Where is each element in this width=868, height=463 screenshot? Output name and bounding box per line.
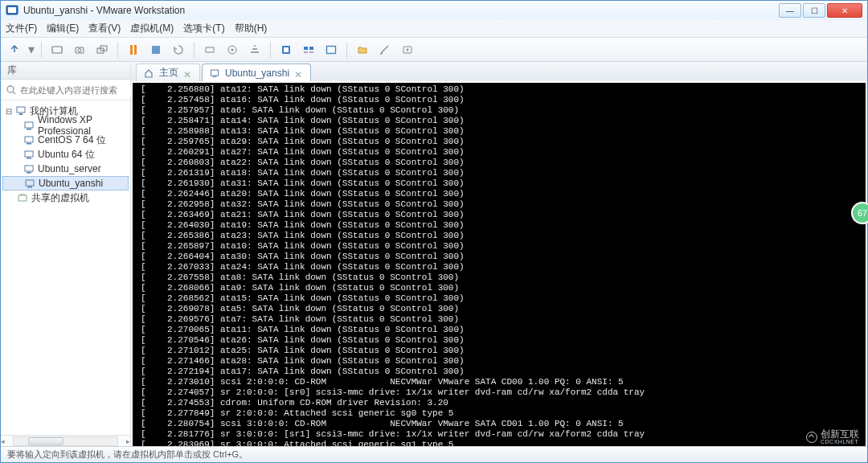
svg-point-9 <box>231 48 234 51</box>
vm-icon <box>23 149 35 160</box>
svg-point-4 <box>78 48 81 51</box>
vm-icon <box>23 163 35 174</box>
svg-rect-29 <box>26 180 34 186</box>
svg-rect-24 <box>27 143 31 145</box>
svg-rect-2 <box>52 47 62 53</box>
snapshot-button[interactable] <box>71 41 88 59</box>
svg-rect-33 <box>213 76 217 77</box>
sidebar-header: 库 <box>1 62 130 80</box>
tree-shared-label: 共享的虚拟机 <box>31 191 89 205</box>
network-button[interactable] <box>246 41 264 59</box>
app-window: Ubuntu_yanshi - VMware Workstation — ☐ ✕… <box>0 0 868 463</box>
close-button[interactable]: ✕ <box>827 3 862 18</box>
fullscreen-button[interactable] <box>322 41 340 59</box>
collapse-icon[interactable]: ⊟ <box>6 107 12 116</box>
home-icon <box>143 68 154 79</box>
svg-rect-11 <box>284 47 289 52</box>
tab-label: Ubuntu_yanshi <box>225 68 289 79</box>
svg-rect-13 <box>309 47 313 50</box>
search-input[interactable] <box>20 85 131 95</box>
settings-button[interactable] <box>376 41 394 59</box>
sidebar-scrollbar[interactable]: ◂ ▸ <box>1 435 130 446</box>
search-icon <box>6 84 17 96</box>
tab-label: 主页 <box>159 66 178 80</box>
vm-icon <box>23 120 35 131</box>
svg-rect-1 <box>8 7 16 13</box>
svg-rect-26 <box>27 158 31 159</box>
menubar: 文件(F)编辑(E)查看(V)虚拟机(M)选项卡(T)帮助(H) <box>1 20 867 38</box>
tab-Ubuntu_yanshi[interactable]: Ubuntu_yanshi✕ <box>202 64 311 81</box>
tree-item-label: CentOS 7 64 位 <box>38 133 106 147</box>
snapshot-manager-button[interactable] <box>93 41 111 59</box>
main-area: 主页✕Ubuntu_yanshi✕ [ 2.256880] ata12: SAT… <box>131 62 867 446</box>
tree-item-label: Ubuntu 64 位 <box>38 148 95 162</box>
svg-point-18 <box>7 86 14 92</box>
vm-icon <box>24 178 35 189</box>
tree-vm-Windows XP Professional[interactable]: Windows XP Professional <box>1 118 130 133</box>
svg-rect-22 <box>27 129 31 130</box>
watermark-sub: CDCXHLNET <box>821 439 859 445</box>
notification-badge[interactable]: 67 <box>851 202 868 224</box>
tab-bar: 主页✕Ubuntu_yanshi✕ <box>131 62 867 81</box>
svg-rect-27 <box>25 166 33 171</box>
restart-button[interactable] <box>170 41 187 59</box>
svg-rect-16 <box>327 46 336 53</box>
run-button[interactable] <box>147 41 165 59</box>
tree-vm-Ubuntu_yanshi[interactable]: Ubuntu_yanshi <box>2 176 129 191</box>
svg-rect-23 <box>25 137 33 142</box>
svg-rect-30 <box>27 186 32 188</box>
menu-3[interactable]: 虚拟机(M) <box>130 22 174 35</box>
svg-rect-32 <box>211 70 219 76</box>
unity-button[interactable] <box>277 41 295 59</box>
menu-2[interactable]: 查看(V) <box>88 22 121 35</box>
statusbar: 要将输入定向到该虚拟机，请在虚拟机内部单击或按 Ctrl+G。 <box>1 446 867 462</box>
svg-rect-12 <box>304 47 308 50</box>
svg-rect-14 <box>304 51 308 53</box>
watermark: 创新互联 CDCXHLNET <box>806 429 859 445</box>
tab-close-icon[interactable]: ✕ <box>183 69 191 77</box>
tree-item-label: Ubuntu_yanshi <box>39 178 103 189</box>
vm-icon <box>23 134 35 145</box>
svg-rect-31 <box>18 195 27 201</box>
menu-0[interactable]: 文件(F) <box>6 22 37 35</box>
tab-主页[interactable]: 主页✕ <box>136 64 200 81</box>
usb-button[interactable] <box>201 41 219 59</box>
shared-icon <box>17 192 28 203</box>
tree-vm-Ubuntu_server[interactable]: Ubuntu_server <box>1 162 130 176</box>
send-ctrl-alt-del-button[interactable] <box>48 41 66 59</box>
svg-rect-7 <box>206 47 214 52</box>
tab-close-icon[interactable]: ✕ <box>294 69 302 77</box>
svg-rect-28 <box>27 172 31 174</box>
watermark-icon <box>806 432 817 443</box>
scrollbar-thumb[interactable] <box>28 437 63 445</box>
watermark-brand: 创新互联 <box>821 429 859 439</box>
svg-rect-19 <box>17 107 25 113</box>
svg-rect-15 <box>309 51 313 53</box>
pause-button[interactable] <box>125 41 142 59</box>
menu-1[interactable]: 编辑(E) <box>47 22 79 35</box>
tree-vm-Ubuntu 64 位[interactable]: Ubuntu 64 位 <box>1 147 130 162</box>
sidebar: 库 ▾ ⊟ 我的计算机 Windows XP ProfessionalCentO… <box>1 62 131 446</box>
toolbar: ▾ <box>1 38 867 62</box>
vm-console[interactable]: [ 2.256880] ata12: SATA link down (SStat… <box>133 83 866 446</box>
folder-button[interactable] <box>354 41 371 59</box>
vm-tree: ⊟ 我的计算机 Windows XP ProfessionalCentOS 7 … <box>1 100 130 435</box>
minimize-button[interactable]: — <box>779 3 801 18</box>
menu-5[interactable]: 帮助(H) <box>235 22 268 35</box>
tree-shared-vms[interactable]: 共享的虚拟机 <box>1 191 130 205</box>
sidebar-search[interactable]: ▾ <box>1 80 130 100</box>
svg-rect-25 <box>25 151 33 157</box>
computer-icon <box>15 105 27 117</box>
power-button[interactable] <box>6 41 23 59</box>
menu-4[interactable]: 选项卡(T) <box>183 22 224 35</box>
thumbnail-button[interactable] <box>300 41 317 59</box>
titlebar: Ubuntu_yanshi - VMware Workstation — ☐ ✕ <box>1 1 867 20</box>
maximize-button[interactable]: ☐ <box>803 3 825 18</box>
tree-item-label: Ubuntu_server <box>38 163 101 174</box>
cd-button[interactable] <box>223 41 241 59</box>
window-title: Ubuntu_yanshi - VMware Workstation <box>23 5 777 16</box>
svg-rect-20 <box>19 113 23 115</box>
vm-icon <box>209 68 220 79</box>
vmware-icon <box>6 4 18 17</box>
player-button[interactable] <box>399 41 416 59</box>
